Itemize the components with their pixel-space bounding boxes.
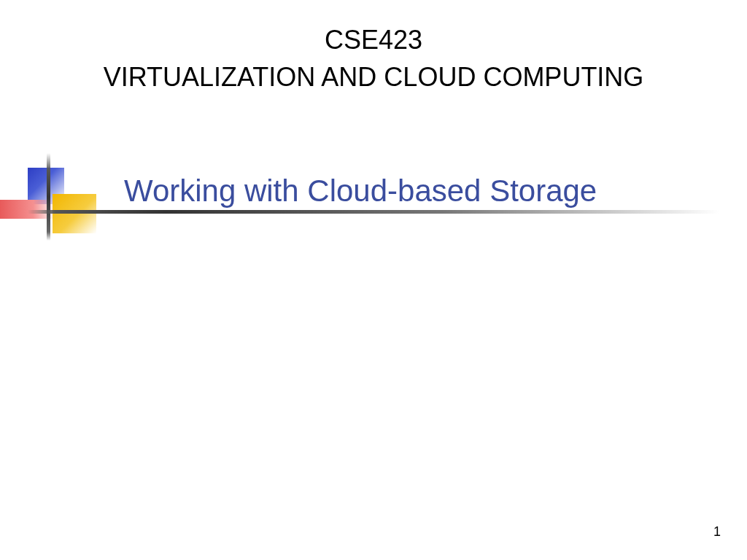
course-code: CSE423 (0, 23, 747, 58)
slide-title: Working with Cloud-based Storage (124, 174, 597, 209)
page-number: 1 (713, 524, 721, 540)
course-name: VIRTUALIZATION AND CLOUD COMPUTING (0, 61, 747, 95)
title-decoration (28, 168, 108, 233)
horizontal-line-icon (28, 210, 719, 214)
vertical-line-icon (47, 153, 50, 241)
yellow-square-icon (53, 194, 96, 233)
course-header: CSE423 VIRTUALIZATION AND CLOUD COMPUTIN… (0, 0, 747, 95)
